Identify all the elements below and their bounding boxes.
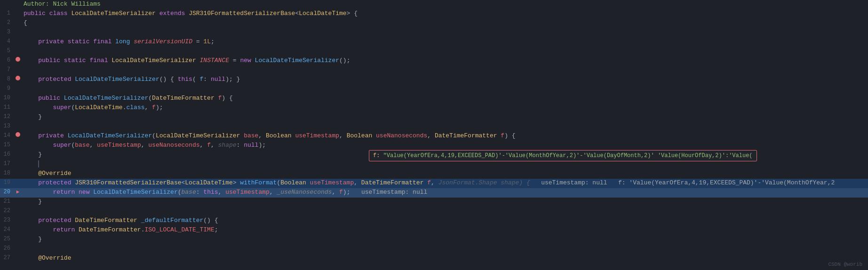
content-21: } <box>22 198 868 205</box>
content-17 <box>22 160 868 167</box>
breakpoint-8[interactable] <box>16 76 20 80</box>
line-num-22: 22 <box>0 207 14 214</box>
line-9: 9 <box>0 85 868 94</box>
line-17: 17 <box>0 160 868 169</box>
content-1: public class LocalDateTimeSerializer ext… <box>22 10 868 17</box>
line-18: 18 @Override <box>0 169 868 179</box>
content-26 <box>22 245 868 252</box>
line-num-21: 21 <box>0 198 14 205</box>
line-num-18: 18 <box>0 170 14 176</box>
content-2: { <box>22 19 868 26</box>
line-num-14: 14 <box>0 132 14 139</box>
gutter-14 <box>14 132 22 137</box>
content-19: protected JSR310FormattedSerializerBase<… <box>22 179 868 186</box>
content-10: public LocalDateTimeSerializer(DateTimeF… <box>22 95 868 102</box>
line-11: 11 super(LocalDateTime.class, f); <box>0 103 868 113</box>
line-23: 23 protected DateTimeFormatter _defaultF… <box>0 216 868 226</box>
line-5: 5 <box>0 47 868 56</box>
debug-tooltip: f: "Value(YearOfEra,4,19,EXCEEDS_PAD)'-'… <box>369 150 757 161</box>
line-num-9: 9 <box>0 85 14 92</box>
line-15: 15 super(base, useTimestamp, useNanoseco… <box>0 141 868 151</box>
line-num-24: 24 <box>0 226 14 233</box>
content-11: super(LocalDateTime.class, f); <box>22 104 868 111</box>
line-num-5: 5 <box>0 48 14 54</box>
line-20: 20 ▶ return new LocalDateTimeSerializer(… <box>0 188 868 198</box>
content-9 <box>22 85 868 92</box>
line-num-20: 20 <box>0 189 14 195</box>
line-num-13: 13 <box>0 123 14 129</box>
gutter-20: ▶ <box>14 189 22 195</box>
content-5 <box>22 48 868 55</box>
content-15: super(base, useTimestamp, useNanoseconds… <box>22 142 868 149</box>
content-18: @Override <box>22 170 868 177</box>
line-num-16: 16 <box>0 151 14 158</box>
line-27: 27 @Override <box>0 254 868 263</box>
breakpoint-6[interactable] <box>16 57 20 62</box>
line-7: 7 <box>0 66 868 75</box>
content-7 <box>22 66 868 73</box>
line-num-15: 15 <box>0 142 14 148</box>
line-num-6: 6 <box>0 57 14 64</box>
line-3: 3 <box>0 28 868 38</box>
line-12: 12 } <box>0 113 868 122</box>
line-22: 22 <box>0 207 868 216</box>
line-num-8: 8 <box>0 76 14 82</box>
line-14: 14 private LocalDateTimeSerializer(Local… <box>0 132 868 141</box>
line-8: 8 protected LocalDateTimeSerializer() { … <box>0 75 868 85</box>
line-2: 2 { <box>0 19 868 28</box>
line-num-26: 26 <box>0 245 14 252</box>
line-num-3: 3 <box>0 29 14 35</box>
line-26: 26 <box>0 245 868 254</box>
line-num-7: 7 <box>0 66 14 73</box>
gutter-6 <box>14 57 22 62</box>
content-3 <box>22 29 868 36</box>
breakpoint-14[interactable] <box>16 132 20 137</box>
line-num-1: 1 <box>0 10 14 16</box>
line-24: 24 return DateTimeFormatter.ISO_LOCAL_DA… <box>0 226 868 235</box>
content-14: private LocalDateTimeSerializer(LocalDat… <box>22 132 868 139</box>
content-4: private static final long serialVersionU… <box>22 38 868 45</box>
content-23: protected DateTimeFormatter _defaultForm… <box>22 217 868 224</box>
author-text: Author: Nick Williams <box>24 0 101 8</box>
line-num-25: 25 <box>0 236 14 242</box>
content-8: protected LocalDateTimeSerializer() { th… <box>22 76 868 83</box>
content-12: } <box>22 113 868 120</box>
line-num-2: 2 <box>0 19 14 26</box>
line-num-11: 11 <box>0 104 14 111</box>
line-num-12: 12 <box>0 113 14 120</box>
line-num-10: 10 <box>0 95 14 101</box>
line-num-19: 19 <box>0 179 14 186</box>
line-6: 6 public static final LocalDateTimeSeria… <box>0 56 868 66</box>
code-editor: Author: Nick Williams 1 public class Loc… <box>0 0 868 270</box>
line-num-4: 4 <box>0 38 14 45</box>
content-20: return new LocalDateTimeSerializer(base:… <box>22 189 868 196</box>
line-num-17: 17 <box>0 160 14 167</box>
content-24: return DateTimeFormatter.ISO_LOCAL_DATE_… <box>22 226 868 233</box>
line-13: 13 <box>0 122 868 132</box>
line-author: Author: Nick Williams <box>0 0 868 9</box>
content-22 <box>22 207 868 214</box>
line-25: 25 } <box>0 235 868 245</box>
line-num-27: 27 <box>0 254 14 261</box>
line-10: 10 public LocalDateTimeSerializer(DateTi… <box>0 94 868 103</box>
line-4: 4 private static final long serialVersio… <box>0 38 868 47</box>
content-27: @Override <box>22 254 868 262</box>
line-num-23: 23 <box>0 217 14 223</box>
content-25: } <box>22 236 868 243</box>
line-19: 19 protected JSR310FormattedSerializerBa… <box>0 179 868 188</box>
line-1: 1 public class LocalDateTimeSerializer e… <box>0 9 868 19</box>
line-21: 21 } <box>0 198 868 207</box>
content-13 <box>22 123 868 130</box>
content-6: public static final LocalDateTimeSeriali… <box>22 57 868 64</box>
watermark: CSDN @worib <box>828 262 862 267</box>
gutter-8 <box>14 76 22 80</box>
line-content: Author: Nick Williams <box>22 0 868 8</box>
